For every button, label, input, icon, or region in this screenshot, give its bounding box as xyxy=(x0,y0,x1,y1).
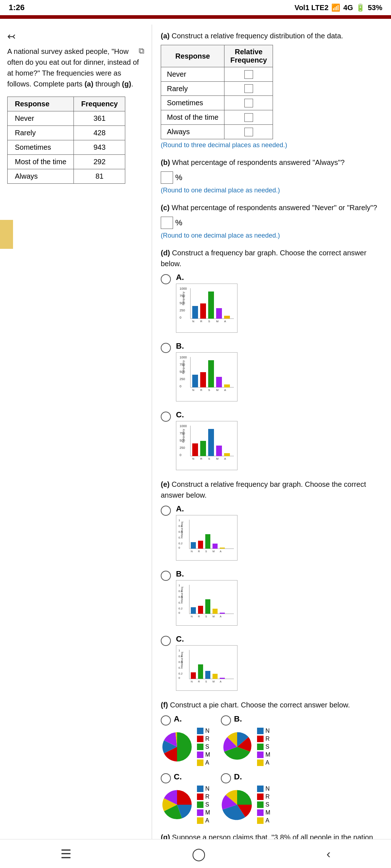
svg-rect-102 xyxy=(198,664,203,679)
signal-icon: 4G xyxy=(343,4,353,12)
rf-bar-svg-a: 1 0.8 0.6 0.4 0.2 0 xyxy=(178,517,236,557)
svg-text:M: M xyxy=(213,550,215,553)
col-frequency: Frequency xyxy=(74,97,125,111)
svg-text:R: R xyxy=(200,457,202,460)
copy-icon[interactable]: ⧉ xyxy=(139,46,144,56)
battery-icon: 🔋 xyxy=(356,3,365,12)
freq-table-row: Never361 xyxy=(8,111,125,126)
svg-rect-84 xyxy=(205,599,210,614)
pie-option-c: C. N R S xyxy=(161,772,210,824)
svg-text:Relative Freq: Relative Freq xyxy=(181,587,184,602)
svg-text:R: R xyxy=(200,320,202,323)
rf-input-sometimes[interactable] xyxy=(244,99,253,107)
svg-text:1: 1 xyxy=(178,519,180,522)
svg-rect-12 xyxy=(224,316,230,319)
svg-text:N: N xyxy=(192,457,194,460)
back-button[interactable]: ↢ xyxy=(7,30,16,42)
right-panel: (a) Construct a relative frequency distr… xyxy=(152,25,391,868)
svg-text:1000: 1000 xyxy=(180,287,187,290)
svg-text:S: S xyxy=(208,388,210,392)
svg-rect-10 xyxy=(208,292,214,319)
svg-text:Frequency: Frequency xyxy=(182,360,185,374)
back-nav-icon[interactable]: ‹ xyxy=(327,847,331,861)
svg-text:A: A xyxy=(224,457,226,460)
radio-freq-c[interactable] xyxy=(161,412,171,422)
rf-input-mosttime[interactable] xyxy=(244,113,253,122)
rf-input-rarely[interactable] xyxy=(244,84,253,93)
svg-text:N: N xyxy=(191,615,193,618)
pie-svg-d xyxy=(221,788,253,821)
home-icon[interactable]: ◯ xyxy=(192,847,206,861)
pie-legend-d: N R S M A xyxy=(257,786,270,824)
svg-text:A: A xyxy=(224,320,226,323)
pie-options-row-2: C. N R S xyxy=(161,772,382,824)
radio-freq-a[interactable] xyxy=(161,274,171,284)
svg-text:1: 1 xyxy=(178,584,180,587)
svg-text:S: S xyxy=(208,457,210,460)
freq-table-row: Always81 xyxy=(8,169,125,184)
radio-freq-b[interactable] xyxy=(161,343,171,353)
svg-text:0: 0 xyxy=(180,316,181,319)
answer-input-b[interactable] xyxy=(161,171,173,184)
radio-rf-c[interactable] xyxy=(161,636,171,646)
radio-pie-c[interactable] xyxy=(161,773,171,783)
svg-text:N: N xyxy=(191,680,193,683)
pie-legend-a: N R S M A xyxy=(197,728,210,766)
rf-row-sometimes: Sometimes xyxy=(161,96,273,110)
svg-text:S: S xyxy=(205,615,207,618)
freq-option-c: C. 1000 750 500 250 0 xyxy=(161,410,382,470)
pie-chart-c-wrap: N R S M A xyxy=(161,786,210,824)
svg-rect-63 xyxy=(191,542,196,549)
svg-rect-11 xyxy=(216,308,222,319)
svg-text:0: 0 xyxy=(178,546,180,549)
freq-chart-b: 1000 750 500 250 0 xyxy=(176,352,237,401)
rf-chart-b: 1 0.8 0.6 0.4 0.2 0 xyxy=(176,580,237,626)
part-c-section: (c) What percentage of respondents answe… xyxy=(161,202,382,239)
svg-text:R: R xyxy=(198,550,200,553)
part-f-text: (f) Construct a pie chart. Choose the co… xyxy=(161,699,382,710)
freq-table-row: Most of the time292 xyxy=(8,155,125,169)
rf-input-never[interactable] xyxy=(244,70,253,79)
top-bar xyxy=(0,15,391,19)
freq-table-row: Sometimes943 xyxy=(8,140,125,155)
part-a-section: (a) Construct a relative frequency distr… xyxy=(161,30,382,149)
svg-text:0: 0 xyxy=(180,453,181,457)
freq-table-row: Rarely428 xyxy=(8,126,125,140)
svg-text:Relative Freq: Relative Freq xyxy=(181,652,184,667)
freq-option-b: B. 1000 750 500 250 0 xyxy=(161,341,382,401)
answer-input-c[interactable] xyxy=(161,217,173,229)
svg-text:0.2: 0.2 xyxy=(178,542,183,545)
answer-box-b: % xyxy=(161,171,382,184)
problem-statement: A national survey asked people, "How oft… xyxy=(7,46,144,89)
pie-legend-c: N R S M A xyxy=(197,786,210,824)
radio-pie-d[interactable] xyxy=(221,773,231,783)
pie-options-row: A. xyxy=(161,714,382,766)
menu-icon[interactable]: ☰ xyxy=(60,847,71,861)
time: 1:26 xyxy=(9,3,25,12)
svg-text:N: N xyxy=(191,550,193,553)
svg-rect-30 xyxy=(224,384,230,387)
part-d-section: (d) Construct a frequency bar graph. Cho… xyxy=(161,247,382,470)
pie-option-d: D. N R S xyxy=(221,772,270,824)
main-content: ↢ A national survey asked people, "How o… xyxy=(0,19,391,868)
freq-bar-svg-a: 1000 750 500 250 0 xyxy=(178,285,236,329)
radio-pie-a[interactable] xyxy=(161,715,171,726)
svg-rect-66 xyxy=(213,544,218,549)
rf-input-always[interactable] xyxy=(244,128,253,136)
radio-pie-b[interactable] xyxy=(221,715,231,726)
svg-rect-29 xyxy=(216,377,222,387)
svg-text:1000: 1000 xyxy=(180,424,187,428)
part-e-text: (e) Construct a relative frequency bar g… xyxy=(161,479,382,501)
svg-rect-48 xyxy=(224,453,230,456)
round-note-b: (Round to one decimal place as needed.) xyxy=(161,187,382,194)
svg-text:S: S xyxy=(208,320,210,323)
pie-chart-a-wrap: N R S M A xyxy=(161,728,210,766)
part-d-text: (d) Construct a frequency bar graph. Cho… xyxy=(161,247,382,269)
radio-rf-a[interactable] xyxy=(161,506,171,516)
svg-rect-28 xyxy=(208,360,214,387)
svg-text:S: S xyxy=(205,550,207,553)
rf-col-freq: RelativeFrequency xyxy=(224,45,273,67)
radio-rf-b[interactable] xyxy=(161,571,171,581)
svg-rect-103 xyxy=(205,671,210,679)
svg-text:250: 250 xyxy=(180,309,185,312)
